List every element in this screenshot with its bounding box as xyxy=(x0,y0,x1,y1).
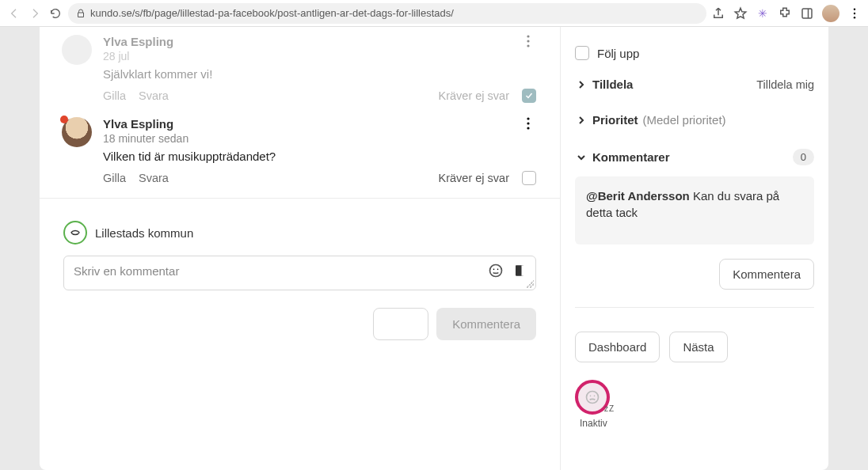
main-card: Ylva Espling 28 jul Självklart kommer vi… xyxy=(40,27,828,470)
chevron-right-icon xyxy=(575,78,588,91)
avatar xyxy=(62,35,92,65)
svg-point-13 xyxy=(497,269,499,271)
reply-link[interactable]: Svara xyxy=(139,89,169,102)
no-reply-label: Kräver ej svar xyxy=(439,89,509,102)
no-reply-label: Kräver ej svar xyxy=(439,172,509,184)
chrome-right: ✳ xyxy=(711,5,862,22)
comments-row[interactable]: Kommentarer 0 xyxy=(575,138,814,176)
comment-placeholder: Skriv en kommentar xyxy=(74,264,179,278)
more-icon[interactable] xyxy=(520,117,536,130)
next-button[interactable]: Nästa xyxy=(669,332,727,362)
reload-icon[interactable] xyxy=(48,6,63,21)
no-reply-checkbox[interactable] xyxy=(522,89,536,103)
priority-label: Prioritet xyxy=(592,113,638,127)
svg-point-4 xyxy=(854,17,855,18)
assign-label: Tilldela xyxy=(592,78,633,91)
back-icon[interactable] xyxy=(6,6,22,21)
svg-point-2 xyxy=(854,8,855,9)
svg-point-11 xyxy=(490,265,502,277)
dashboard-button[interactable]: Dashboard xyxy=(575,332,660,362)
lock-icon xyxy=(76,9,86,18)
svg-point-17 xyxy=(590,396,592,397)
star-icon[interactable] xyxy=(733,6,748,21)
profile-avatar[interactable] xyxy=(822,5,839,22)
internal-comment-button[interactable]: Kommentera xyxy=(719,259,814,290)
kebab-icon[interactable] xyxy=(847,6,862,21)
follow-label: Följ upp xyxy=(597,47,639,60)
svg-point-12 xyxy=(493,269,495,271)
comment-input[interactable]: Skriv en kommentar xyxy=(63,256,536,290)
comment-row: Ylva Espling 18 minuter sedan Vilken tid… xyxy=(40,109,560,191)
emoji-icon[interactable] xyxy=(488,263,504,279)
svg-rect-15 xyxy=(522,265,524,275)
svg-rect-0 xyxy=(802,9,812,18)
like-link[interactable]: Gilla xyxy=(103,172,126,184)
unread-dot-icon xyxy=(60,116,68,123)
chevron-right-icon xyxy=(575,114,588,127)
svg-point-16 xyxy=(587,392,599,404)
svg-point-7 xyxy=(527,44,529,47)
comment-author[interactable]: Ylva Espling xyxy=(103,35,520,48)
comment-author[interactable]: Ylva Espling xyxy=(103,117,520,131)
notebook-icon[interactable] xyxy=(512,263,527,279)
browser-bar: kundo.se/s/fb/page/lillestad-pa-facebook… xyxy=(0,0,868,27)
avatar xyxy=(62,117,92,147)
inactive-avatar[interactable] xyxy=(575,380,610,415)
submit-comment-button[interactable]: Kommentera xyxy=(436,308,536,340)
assign-row[interactable]: Tilldela Tilldela mig xyxy=(575,66,814,102)
assign-me-link[interactable]: Tilldela mig xyxy=(756,78,814,91)
no-reply-checkbox[interactable] xyxy=(522,171,536,185)
inactive-label: Inaktiv xyxy=(580,418,607,429)
mention: @Berit Andersson xyxy=(586,189,690,203)
inactive-user: Inaktiv xyxy=(575,380,814,429)
svg-point-5 xyxy=(527,35,529,37)
like-link[interactable]: Gilla xyxy=(103,89,126,102)
comments-label: Kommentarer xyxy=(592,150,670,164)
comment-time: 28 jul xyxy=(103,50,520,63)
org-name: Lillestads kommun xyxy=(95,226,193,240)
extension-a-icon[interactable]: ✳ xyxy=(756,6,770,21)
follow-checkbox[interactable] xyxy=(575,46,589,60)
priority-value: (Medel prioritet) xyxy=(643,113,726,127)
svg-point-6 xyxy=(527,40,529,42)
reply-link[interactable]: Svara xyxy=(139,172,169,184)
chevron-down-icon xyxy=(575,151,588,164)
internal-comment-box[interactable]: @Berit Andersson Kan du svara på detta t… xyxy=(575,176,814,244)
svg-point-3 xyxy=(854,12,855,13)
url-bar[interactable]: kundo.se/s/fb/page/lillestad-pa-facebook… xyxy=(68,3,706,24)
svg-point-18 xyxy=(594,396,596,397)
share-icon[interactable] xyxy=(711,6,725,21)
svg-point-8 xyxy=(527,117,529,119)
main-column: Ylva Espling 28 jul Självklart kommer vi… xyxy=(40,27,561,470)
forward-icon[interactable] xyxy=(27,6,43,21)
page-wrap: Ylva Espling 28 jul Självklart kommer vi… xyxy=(0,27,868,470)
more-icon[interactable] xyxy=(520,35,536,47)
org-avatar xyxy=(63,221,87,244)
url-text: kundo.se/s/fb/page/lillestad-pa-facebook… xyxy=(90,7,454,19)
secondary-button[interactable] xyxy=(373,308,428,340)
comment-text: Självklart kommer vi! xyxy=(103,67,536,81)
side-column: Följ upp Tilldela Tilldela mig Prioritet… xyxy=(561,27,828,470)
comment-time: 18 minuter sedan xyxy=(103,132,520,145)
panel-icon[interactable] xyxy=(800,6,814,21)
comment-row: Ylva Espling 28 jul Självklart kommer vi… xyxy=(40,27,560,109)
svg-point-9 xyxy=(527,122,529,124)
comment-text: Vilken tid är musikuppträdandet? xyxy=(103,150,536,163)
composer: Lillestads kommun Skriv en kommentar Kom… xyxy=(40,199,560,340)
comments-count: 0 xyxy=(793,149,814,165)
priority-row[interactable]: Prioritet (Medel prioritet) xyxy=(575,102,814,138)
svg-point-10 xyxy=(527,127,529,129)
extensions-icon[interactable] xyxy=(778,6,792,21)
